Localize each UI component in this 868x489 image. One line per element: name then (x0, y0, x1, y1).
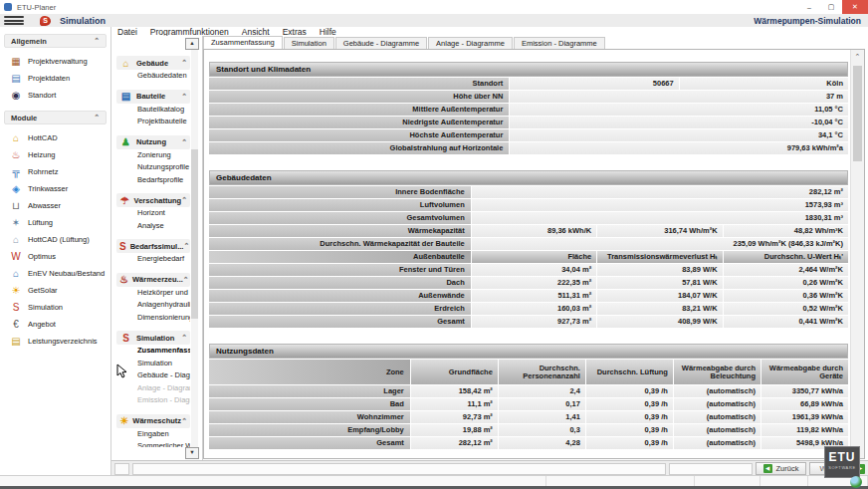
collapse-chevron-icon[interactable]: ⌃ (94, 37, 100, 45)
sidebar-item-label: Abwasser (28, 201, 61, 210)
collapse-chevron-icon[interactable]: ⌃ (183, 276, 189, 284)
table-cell: Durchschn. Lüftung (586, 360, 673, 384)
sidebar-item[interactable]: € Angebot (0, 316, 110, 333)
sidebar-item[interactable]: ◉ Standort (0, 87, 110, 104)
sidebar-item[interactable]: ♨ Heizung (0, 146, 110, 163)
sidebar-section-header[interactable]: Allgemein ⌃ (4, 34, 107, 48)
tree-scrollbar[interactable] (191, 50, 198, 447)
collapse-chevron-icon[interactable]: ⌃ (181, 196, 187, 204)
table-cell: 511,31 m² (472, 290, 596, 302)
tree-group-header[interactable]: ▤ Bauteile ⌃ (116, 90, 190, 104)
sidebar-item[interactable]: ⌂ HottCAD (Lüftung) (0, 231, 110, 248)
window-title: ETU-Planer (17, 3, 56, 12)
collapse-chevron-icon[interactable]: ⌃ (181, 138, 187, 146)
tree-group-title: Verschattung (134, 196, 182, 205)
tree-item[interactable]: Anlagenhydraulik (116, 299, 190, 312)
tree-group-header[interactable]: ⌂ Gebäude ⌃ (116, 56, 190, 70)
tree-group-header[interactable]: S Bedarfssimul... ⌃ (116, 239, 190, 253)
sidebar-item-label: Projektverwaltung (28, 57, 88, 66)
table-cell: 0,17 (499, 398, 585, 410)
tree-item[interactable]: Heizkörper und He... (116, 287, 190, 300)
globe-icon[interactable] (850, 476, 862, 488)
collapse-chevron-icon[interactable]: ⌃ (181, 334, 187, 342)
tab[interactable]: Zusammenfassung (203, 36, 283, 49)
tree-item[interactable]: Energiebedarf (116, 253, 190, 266)
collapse-chevron-icon[interactable]: ⌃ (181, 93, 187, 101)
tab[interactable]: Anlage - Diagramme (428, 37, 513, 49)
tree-item[interactable]: Nutzungsprofile (116, 161, 190, 174)
sidebar-item[interactable]: ▤ Leistungsverzeichnis (0, 333, 110, 350)
collapse-chevron-icon[interactable]: ⌃ (183, 242, 189, 250)
tree-item[interactable]: Gebäudedaten (116, 70, 190, 83)
table-cell: 235,09 Wh/m²K (846,33 kJ/m²K) (472, 238, 848, 250)
row-values: 50667 Köln (509, 78, 848, 90)
collapse-chevron-icon[interactable]: ⌃ (94, 114, 100, 122)
tree-item[interactable]: Zonierung (116, 149, 190, 162)
row-label: Gesamtvolumen (209, 212, 471, 224)
sidebar-item[interactable]: ▤ Projektdaten (0, 70, 110, 87)
app-header: S Simulation Wärmepumpen-Simulation (0, 14, 868, 28)
content-scrollbar[interactable]: ⌃ ⌄ (850, 50, 864, 458)
tree-item[interactable]: Sommerlicher Wär... (116, 440, 190, 447)
tree-group-header[interactable]: S Simulation ⌃ (116, 331, 190, 345)
sidebar-item[interactable]: ⌂ HottCAD (0, 129, 110, 146)
tree-item[interactable]: Dimensionierung (116, 312, 190, 325)
table-cell: Transmissionswärmeverlust Hₜ (597, 251, 722, 263)
tree-item[interactable]: Eingaben (116, 428, 190, 441)
tab[interactable]: Gebäude - Diagramme (335, 37, 427, 49)
tree-group-title: Bauteile (136, 92, 165, 101)
tree-group-header[interactable]: ♨ Wärmeerzeu... ⌃ (116, 273, 190, 287)
folder-icon: ▤ (9, 337, 23, 347)
tree-item[interactable]: Simulation (116, 358, 190, 370)
table-row: Standort 50667 Köln (209, 78, 848, 90)
tree-item[interactable]: Horizont (116, 207, 190, 220)
table-row: Luftvolumen 1573,93 m³ (209, 199, 848, 211)
hamburger-menu-icon[interactable] (4, 16, 24, 25)
table-row: Bad 11,1 m² 0,17 0,39 /h (automatisch) (209, 398, 848, 410)
table-row: Wohnzimmer 92,73 m² 1,41 0,39 /h (automa… (209, 411, 848, 423)
tree-item[interactable]: Bedarfsprofile (116, 174, 190, 187)
sidebar-item[interactable]: W Optimus (0, 248, 110, 265)
sidebar-item[interactable]: ☀ GetSolar (0, 282, 110, 299)
tree-group-header[interactable]: ☂ Verschattung ⌃ (116, 193, 190, 207)
table-cell: 222,35 m² (472, 277, 596, 289)
table-cell: 119,82 kWh/a (761, 424, 848, 436)
tree-scroll-down-button[interactable]: ▼ (185, 447, 199, 459)
tree-item[interactable]: Emission - Diagramme (116, 394, 190, 407)
tree-group: S Bedarfssimul... ⌃ Energiebedarf (116, 239, 190, 266)
table-row: Außenbauteile Fläche Transmissionswärmev… (209, 251, 848, 263)
table-row: Durchschn. Wärmekapazität der Bauteile 2… (209, 238, 848, 250)
sidebar-item[interactable]: ◈ Trinkwasser (0, 180, 110, 197)
row-values: 927,73 m² 408,99 W/K 0,441 W/m²K (471, 316, 848, 328)
sidebar-section-header[interactable]: Module ⌃ (4, 111, 107, 124)
row-label: Mittlere Außentemperatur (209, 104, 509, 116)
tree-group-header[interactable]: ♟ Nutzung ⌃ (116, 135, 190, 149)
tree-item[interactable]: Anlage - Diagramme (116, 382, 190, 395)
close-button[interactable]: ✕ (842, 0, 868, 14)
tab[interactable]: Emission - Diagramme (514, 37, 605, 49)
tab[interactable]: Simulation (284, 37, 334, 49)
tree-group-header[interactable]: ☀ Wärmeschutz ⌃ (116, 414, 190, 428)
minimize-button[interactable]: – (798, 0, 820, 14)
collapse-chevron-icon[interactable]: ⌃ (181, 417, 187, 425)
sidebar-item[interactable]: ✶ Lüftung (0, 214, 110, 231)
sidebar-item[interactable]: ╦ Rohrnetz (0, 163, 110, 180)
collapse-chevron-icon[interactable]: ⌃ (181, 59, 187, 67)
tree-item[interactable]: Projektbauteile (116, 116, 190, 128)
back-button[interactable]: ◀ Zurück (756, 462, 807, 475)
sidebar-item[interactable]: ▦ Projektverwaltung (0, 53, 110, 70)
scroll-up-icon[interactable]: ⌃ (851, 53, 864, 61)
maximize-button[interactable]: ▢ (820, 0, 842, 14)
content-scrollbar-thumb[interactable] (853, 66, 862, 161)
tree-item[interactable]: Bauteilkatalog (116, 104, 190, 117)
sidebar-item[interactable]: ⌂ EnEV Neubau/Bestand (0, 265, 110, 282)
tree-item[interactable]: Gebäude - Diagram... (116, 369, 190, 382)
tree-item[interactable]: Analyse (116, 220, 190, 233)
table-cell: 316,74 Wh/m²K (597, 225, 722, 237)
table-cell: 158,42 m² (411, 385, 498, 397)
sidebar-item[interactable]: ⊔ Abwasser (0, 197, 110, 214)
sidebar-item-label: Standort (28, 91, 56, 100)
tree-item[interactable]: Zusammenfassu... (116, 345, 190, 358)
tree-scrollbar-thumb[interactable] (191, 149, 198, 319)
sidebar-item[interactable]: S Simulation (0, 299, 110, 316)
